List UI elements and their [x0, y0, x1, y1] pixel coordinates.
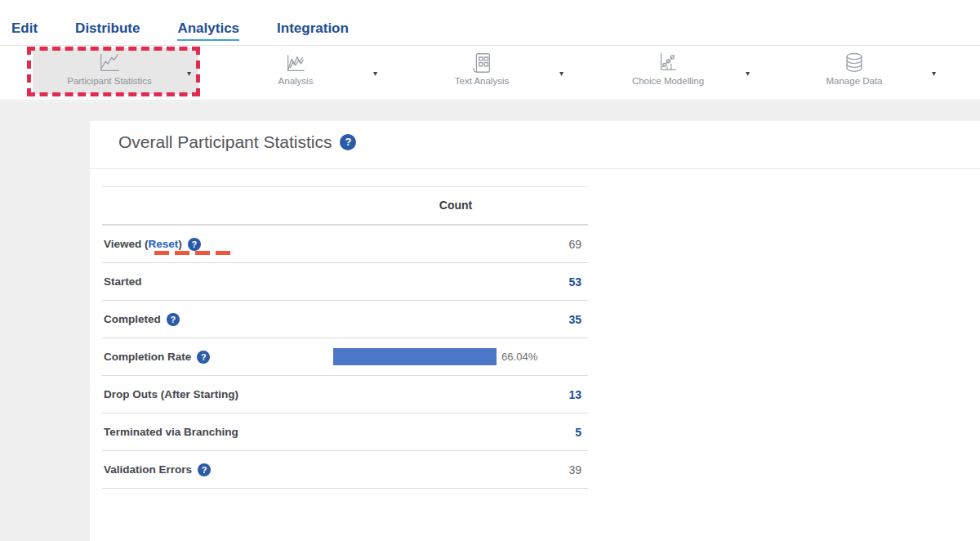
toolbar-item-label: Choice Modelling	[632, 76, 704, 86]
analytics-toolbar: Participant Statistics ▾ Analysis ▾ Text…	[0, 45, 980, 101]
completion-rate-bar-fill	[333, 348, 497, 365]
toolbar-item-text-analysis[interactable]: Text Analysis ▾	[389, 46, 575, 100]
nav-item-label: Edit	[11, 20, 38, 36]
table-row-completion-rate: Completion Rate ? 66.04%	[102, 338, 588, 376]
help-icon[interactable]: ?	[198, 463, 211, 476]
top-nav: Edit Distribute Analytics Integration	[0, 0, 980, 45]
row-label: Started	[104, 275, 142, 288]
toolbar-item-participant-statistics[interactable]: Participant Statistics ▾	[16, 46, 203, 100]
divider	[90, 168, 980, 169]
table-header-row: Count	[102, 186, 588, 226]
row-count-value: 13	[568, 388, 588, 401]
row-count-value: 69	[568, 238, 588, 251]
nav-item-label: Analytics	[177, 20, 239, 36]
toolbar-item-choice-modelling[interactable]: Choice Modelling ▾	[575, 46, 761, 100]
table-row-viewed: Viewed ( Reset ) ? 69	[102, 226, 588, 263]
chevron-down-icon[interactable]: ▾	[187, 69, 191, 78]
row-label: Validation Errors	[104, 463, 192, 476]
page-background: Overall Participant Statistics ? Count V…	[0, 101, 980, 541]
chevron-down-icon[interactable]: ▾	[373, 69, 377, 78]
toolbar-item-label: Manage Data	[826, 76, 882, 86]
chevron-down-icon[interactable]: ▾	[559, 69, 564, 78]
document-grid-icon	[470, 51, 494, 75]
help-icon[interactable]: ?	[340, 134, 356, 150]
table-row-validation-errors: Validation Errors ? 39	[102, 451, 588, 489]
toolbar-item-label: Participant Statistics	[67, 76, 152, 86]
completion-rate-bar: 66.04%	[333, 348, 581, 365]
row-label: Completed	[104, 313, 161, 325]
table-row-terminated-via-branching: Terminated via Branching 5	[102, 414, 588, 451]
table-row-drop-outs: Drop Outs (After Starting) 13	[102, 376, 588, 414]
content-card: Overall Participant Statistics ? Count V…	[90, 121, 980, 541]
participant-statistics-table: Count Viewed ( Reset ) ? 69 Started 53 C…	[102, 186, 588, 489]
row-label: Drop Outs (After Starting)	[104, 388, 238, 400]
nav-item-edit[interactable]: Edit	[11, 20, 38, 39]
toolbar-item-label: Text Analysis	[455, 76, 509, 86]
row-count-value: 35	[568, 313, 588, 326]
row-label: Completion Rate	[104, 351, 191, 363]
table-row-completed: Completed ? 35	[102, 301, 588, 338]
count-column-header: Count	[407, 187, 505, 224]
annotation-underline	[154, 251, 233, 255]
row-count-value: 5	[575, 426, 588, 439]
row-count-value: 53	[568, 275, 588, 288]
reset-link[interactable]: Reset	[149, 238, 179, 250]
row-label: Viewed (	[104, 238, 149, 250]
table-row-started: Started 53	[102, 263, 588, 301]
toolbar-item-label: Analysis	[278, 76, 314, 86]
chevron-down-icon[interactable]: ▾	[746, 69, 750, 78]
toolbar-item-manage-data[interactable]: Manage Data ▾	[761, 46, 947, 100]
nav-item-integration[interactable]: Integration	[277, 20, 349, 39]
nav-item-label: Distribute	[75, 20, 140, 36]
multi-line-chart-icon	[283, 51, 308, 75]
help-icon[interactable]: ?	[167, 313, 180, 326]
nav-item-label: Integration	[277, 20, 349, 36]
database-icon	[842, 51, 866, 75]
completion-rate-percent: 66.04%	[501, 351, 537, 363]
row-count-value: 39	[568, 463, 588, 476]
help-icon[interactable]: ?	[188, 238, 201, 251]
chevron-down-icon[interactable]: ▾	[932, 69, 936, 78]
scatter-trend-icon	[656, 51, 680, 75]
toolbar-item-analysis[interactable]: Analysis ▾	[203, 46, 389, 100]
nav-item-distribute[interactable]: Distribute	[75, 20, 140, 39]
page-title: Overall Participant Statistics	[118, 132, 332, 152]
help-icon[interactable]: ?	[197, 351, 210, 364]
line-chart-icon	[97, 51, 122, 75]
row-label-suffix: )	[178, 238, 182, 250]
row-label: Terminated via Branching	[104, 426, 238, 438]
nav-item-analytics[interactable]: Analytics	[177, 20, 239, 41]
